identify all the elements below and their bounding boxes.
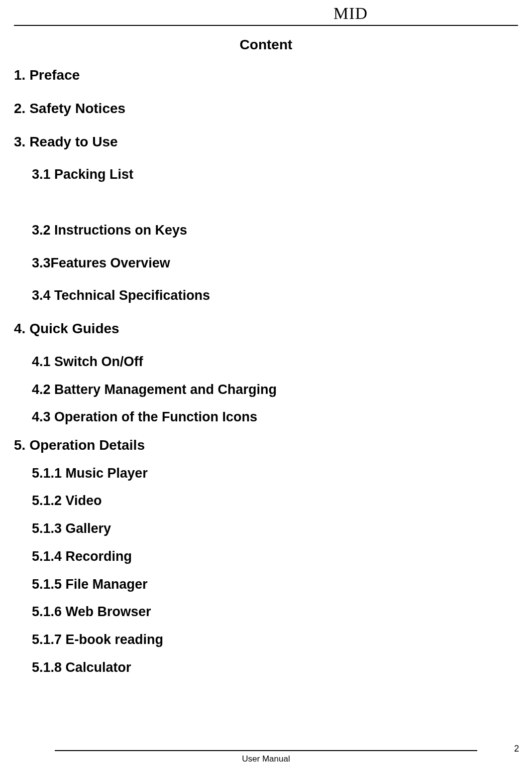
toc-entry: 1. Preface	[14, 68, 518, 83]
toc-entry: 5.1.4 Recording	[32, 549, 518, 564]
toc-entry: 3.4 Technical Specifications	[32, 288, 518, 303]
toc-entry: 4.1 Switch On/Off	[32, 355, 518, 370]
table-of-contents: 1. Preface 2. Safety Notices 3. Ready to…	[0, 68, 532, 675]
toc-entry: 5.1.5 File Manager	[32, 577, 518, 592]
toc-entry: 3.1 Packing List	[32, 167, 518, 182]
page-header: MID	[0, 0, 532, 26]
toc-entry: 4.2 Battery Management and Charging	[32, 383, 518, 397]
header-title: MID	[0, 4, 532, 23]
toc-entry: 5. Operation Details	[14, 438, 518, 453]
toc-entry: 3.3Features Overview	[32, 256, 518, 271]
page-footer: User Manual	[0, 750, 532, 764]
toc-entry: 5.1.7 E-book reading	[32, 633, 518, 647]
footer-rule	[55, 750, 477, 751]
content-heading: Content	[0, 37, 532, 53]
footer-text: User Manual	[0, 754, 532, 764]
toc-entry: 2. Safety Notices	[14, 101, 518, 117]
toc-entry: 5.1.2 Video	[32, 494, 518, 509]
toc-entry: 4.3 Operation of the Function Icons	[32, 410, 518, 425]
toc-entry: 5.1.1 Music Player	[32, 466, 518, 481]
toc-entry: 5.1.8 Calculator	[32, 660, 518, 675]
toc-entry: 3.2 Instructions on Keys	[32, 223, 518, 238]
toc-entry: 5.1.3 Gallery	[32, 521, 518, 536]
toc-gap	[14, 200, 518, 223]
toc-entry: 4. Quick Guides	[14, 321, 518, 337]
toc-entry: 3. Ready to Use	[14, 134, 518, 150]
header-rule	[14, 25, 518, 26]
toc-entry: 5.1.6 Web Browser	[32, 605, 518, 620]
